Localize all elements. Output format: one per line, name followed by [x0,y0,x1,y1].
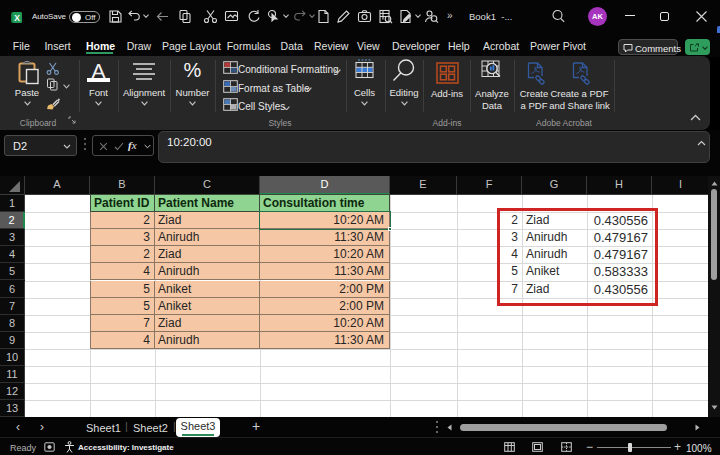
svg-text:X: X [14,13,20,23]
